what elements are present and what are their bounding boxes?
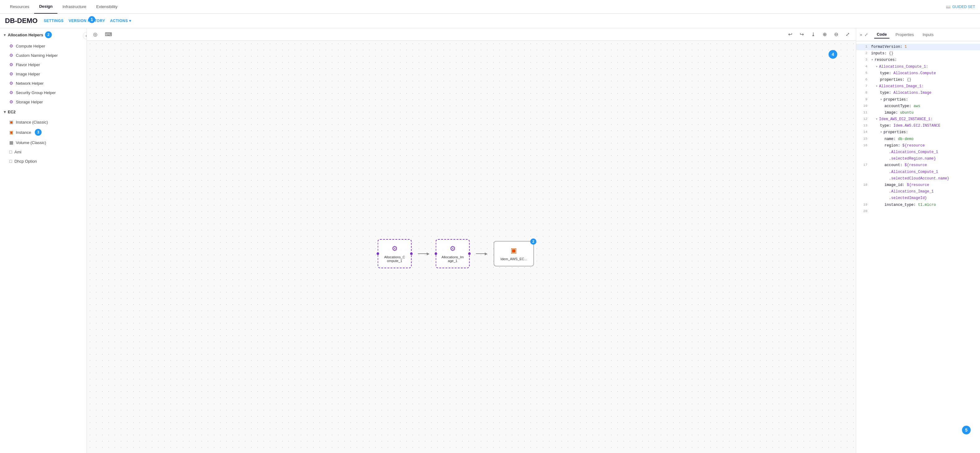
nav-resources[interactable]: Resources	[5, 0, 34, 14]
fullscreen-btn[interactable]: ⤢	[843, 30, 852, 38]
allocation-helpers-badge: 2	[45, 31, 52, 38]
network-helper-icon: ⚙	[9, 81, 13, 86]
instance-icon: ▣	[9, 130, 13, 135]
code-line-16c: .selectedRegion.name}	[856, 156, 980, 162]
arrow-1: ▶	[418, 252, 430, 256]
code-line-3: 3 ▾resources:	[856, 57, 980, 63]
badge-1: 1	[88, 16, 95, 23]
code-line-18c: .selectedImageId}	[856, 195, 980, 201]
sidebar-item-storage-helper[interactable]: ⚙ Storage Helper	[0, 97, 87, 107]
sidebar-item-instance[interactable]: ▣ Instance 3	[0, 127, 87, 138]
canvas-content: 4 ⚙ Allocations_Compute_1 ▶ ⚙	[87, 41, 856, 453]
undo-btn[interactable]: ↩	[786, 30, 795, 38]
node-idem-aws-ec2[interactable]: 2 ▣ Idem_AWS_EC...	[494, 241, 534, 266]
page-header: DB-DEMO SETTINGS VERSION HISTORY ACTIONS…	[0, 14, 980, 28]
code-line-17: 17 account: ${resource	[856, 162, 980, 169]
book-icon: 📖	[946, 5, 951, 9]
panel-header-icons: » ⤢	[860, 32, 868, 37]
code-line-15: 15 name: db-demo	[856, 136, 980, 142]
keyboard-btn[interactable]: ⌨	[102, 30, 115, 38]
storage-helper-icon: ⚙	[9, 99, 13, 104]
node-badge-2: 2	[530, 238, 536, 245]
code-line-16: 16 region: ${resource	[856, 142, 980, 149]
sidebar-item-ami[interactable]: □ Ami	[0, 147, 87, 156]
code-line-18: 18 image_id: ${resource	[856, 182, 980, 188]
sidebar-item-instance-classic[interactable]: ▣ Instance (Classic)	[0, 117, 87, 127]
expand-icon[interactable]: ⤢	[865, 32, 868, 37]
sidebar-item-security-group-helper[interactable]: ⚙ Security Group Helper	[0, 88, 87, 97]
node-allocations-compute[interactable]: ⚙ Allocations_Compute_1	[378, 239, 412, 268]
sidebar-item-compute-helper[interactable]: ⚙ Compute Helper	[0, 41, 87, 51]
canvas-area[interactable]: ◎ ⌨ ↩ ↪ ⤓ ⊕ ⊖ ⤢ 4 ⚙ Allocations_Compute_…	[87, 28, 856, 453]
code-line-17c: .selectedCloudAccount.name}	[856, 175, 980, 182]
sidebar-item-flavor-helper[interactable]: ⚙ Flavor Helper	[0, 60, 87, 69]
sidebar-item-custom-naming-helper[interactable]: ⚙ Custom Naming Helper	[0, 51, 87, 60]
code-line-7: 7 ▾Allocations_Image_1:	[856, 83, 980, 90]
node-image-icon: ⚙	[450, 245, 456, 253]
sidebar-item-network-helper[interactable]: ⚙ Network Helper	[0, 78, 87, 88]
code-line-6: 6 properties: {}	[856, 77, 980, 83]
toolbar-left: ◎ ⌨	[91, 30, 115, 38]
nav-infrastructure[interactable]: Infrastructure	[57, 0, 91, 14]
main-layout: « ▾ Allocation Helpers 2 ⚙ Compute Helpe…	[0, 28, 980, 453]
code-line-13: 13 type: Idem.AWS.EC2.INSTANCE	[856, 123, 980, 129]
code-panel-header: » ⤢ Code Properties Inputs	[856, 28, 980, 41]
section-ec2[interactable]: ▾ EC2	[0, 107, 87, 117]
node-image-dot-left	[435, 252, 437, 255]
dhcp-option-icon: □	[9, 159, 12, 164]
code-line-9: 9 ▾properties:	[856, 97, 980, 103]
node-ec2-icon: ▣	[511, 247, 517, 255]
code-line-14: 14 ▾properties:	[856, 129, 980, 136]
sidebar-item-volume-classic[interactable]: ▦ Volume (Classic)	[0, 138, 87, 147]
code-line-11: 11 image: ubuntu	[856, 110, 980, 116]
version-history-link[interactable]: VERSION HISTORY	[68, 19, 105, 23]
instance-classic-icon: ▣	[9, 120, 13, 124]
node-dot-left	[377, 252, 379, 255]
code-editor[interactable]: 1 formatVersion: 1 2 inputs: {} 3 ▾resou…	[856, 41, 980, 453]
nav-design[interactable]: Design	[34, 0, 57, 14]
sidebar: « ▾ Allocation Helpers 2 ⚙ Compute Helpe…	[0, 28, 87, 453]
collapse-icon[interactable]: »	[860, 32, 862, 37]
settings-link[interactable]: SETTINGS	[44, 19, 64, 23]
guided-set-link[interactable]: 📖 GUIDED SET	[946, 5, 975, 9]
code-panel: » ⤢ Code Properties Inputs 1 formatVersi…	[856, 28, 980, 453]
flavor-helper-icon: ⚙	[9, 62, 13, 67]
sidebar-item-image-helper[interactable]: ⚙ Image Helper	[0, 69, 87, 78]
code-line-16b: .Allocations_Compute_1	[856, 149, 980, 156]
tab-code[interactable]: Code	[874, 31, 889, 38]
chevron-down-icon: ▾	[4, 33, 6, 37]
redo-btn[interactable]: ↪	[797, 30, 806, 38]
nav-extensibility[interactable]: Extensibility	[91, 0, 123, 14]
layout-btn[interactable]: ⤓	[809, 30, 818, 38]
node-image-dot-right	[468, 252, 471, 255]
node-dot-right	[410, 252, 413, 255]
code-line-17b: .Allocations_Compute_1	[856, 169, 980, 175]
code-line-10: 10 accountType: aws	[856, 103, 980, 110]
badge-5: 5	[962, 426, 971, 434]
page-title: DB-DEMO	[5, 17, 38, 25]
zoom-in-btn[interactable]: ⊕	[820, 30, 829, 38]
node-allocations-image[interactable]: ⚙ Allocations_Image_1	[436, 239, 470, 268]
toolbar-right: ↩ ↪ ⤓ ⊕ ⊖ ⤢	[786, 30, 852, 38]
code-line-2: 2 inputs: {}	[856, 50, 980, 57]
tab-inputs[interactable]: Inputs	[920, 31, 936, 38]
canvas-toolbar: ◎ ⌨ ↩ ↪ ⤓ ⊕ ⊖ ⤢	[87, 28, 856, 41]
node-ec2-label: Idem_AWS_EC...	[501, 257, 527, 261]
actions-link[interactable]: ACTIONS	[110, 19, 131, 23]
chevron-down-icon-ec2: ▾	[4, 110, 6, 114]
code-line-19: 19 instance_type: t1.micro	[856, 202, 980, 208]
top-nav: Resources Design Infrastructure Extensib…	[0, 0, 980, 14]
zoom-out-btn[interactable]: ⊖	[832, 30, 841, 38]
sidebar-item-dhcp-option[interactable]: □ Dhcp Option	[0, 156, 87, 166]
node-group: ⚙ Allocations_Compute_1 ▶ ⚙ Allocations_…	[378, 239, 534, 268]
arrow-2: ▶	[476, 252, 487, 256]
instance-badge-3: 3	[35, 129, 41, 136]
custom-naming-icon: ⚙	[9, 53, 13, 58]
tab-properties[interactable]: Properties	[893, 31, 916, 38]
node-image-label: Allocations_Image_1	[442, 255, 464, 263]
visibility-btn[interactable]: ◎	[91, 30, 100, 38]
header-links: SETTINGS VERSION HISTORY ACTIONS	[44, 19, 131, 23]
compute-helper-icon: ⚙	[9, 43, 13, 48]
section-allocation-helpers[interactable]: ▾ Allocation Helpers 2	[0, 28, 87, 41]
code-line-1: 1 formatVersion: 1	[856, 44, 980, 50]
